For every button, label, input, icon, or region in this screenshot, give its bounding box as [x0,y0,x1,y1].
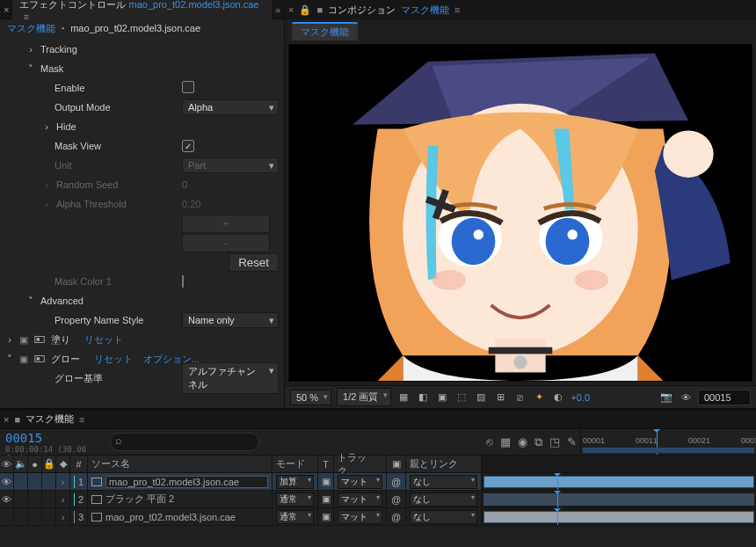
layer-color-label[interactable] [74,476,75,488]
exposure-value[interactable]: +0.0 [571,392,590,403]
exposure-icon[interactable]: ◐ [551,391,565,403]
col-label[interactable]: ◆ [56,456,70,472]
layer-name-cell[interactable]: mao_pro_t02.model3.json.cae [88,473,273,490]
fx-mask-row[interactable]: ˅ Mask [5,59,279,78]
audio-toggle[interactable] [14,473,28,490]
layer-row[interactable]: › 3 mao_pro_t02.model3.json.cae 通常 ▣ マット… [0,508,756,526]
lock-toggle[interactable] [42,508,56,525]
blend-mode-select[interactable]: 加算 [276,475,314,489]
fx-switch-icon[interactable]: ▣ [19,334,28,346]
blend-mode-cell[interactable]: 加算 [273,473,318,490]
current-frame[interactable]: 00015 [5,431,105,445]
track-matte-select[interactable]: マット [338,475,382,489]
audio-toggle[interactable] [14,508,28,525]
zoom-select[interactable]: 50 % [290,390,331,405]
layer-color-label[interactable] [74,493,75,506]
chevron-right-icon[interactable]: › [26,44,35,55]
solo-toggle[interactable] [28,508,42,525]
track-matte-select[interactable]: マット [338,510,382,524]
region-icon[interactable]: ⬚ [454,391,469,403]
channel-icon[interactable]: ◧ [416,391,430,403]
frame-blend-icon[interactable]: ▦ [500,435,511,449]
transparency-icon[interactable]: ▨ [474,391,488,403]
lock-icon[interactable]: 🔒 [299,4,311,16]
layer-name-cell[interactable]: ブラック 平面 2 [88,491,273,507]
subheader-comp-link[interactable]: マスク機能 [7,23,55,33]
quality-select[interactable]: 1/2 画質 [337,388,391,406]
glow-reset-link[interactable]: リセット [94,353,133,366]
parent-pickwhip[interactable]: @ [387,491,406,507]
guides-icon[interactable]: ⊞ [493,391,507,403]
preserve-transparency[interactable]: ▣ [318,508,334,525]
expand-chevron[interactable]: › [56,491,70,507]
fill-reset-link[interactable]: リセット [84,333,123,346]
fx-advanced-row[interactable]: ˅ Advanced [5,291,279,310]
close-icon[interactable]: × [288,4,294,15]
layer-color-label[interactable] [74,511,75,523]
grid-icon[interactable]: ▦ [396,391,411,403]
fx-switch-icon[interactable]: ▣ [19,354,28,365]
audio-toggle[interactable] [14,491,28,507]
col-audio[interactable]: 🔈 [14,456,28,472]
track-matte-cell[interactable]: マット [334,473,387,490]
col-number[interactable]: # [70,456,88,472]
chevron-right-icon[interactable]: › [42,121,51,132]
col-parent[interactable]: 親とリンク [406,456,482,472]
time-ruler[interactable]: 00001 00011 00021 00031 [580,429,756,455]
col-switches[interactable]: ▣ [387,456,406,472]
chevron-down-icon[interactable]: ˅ [26,295,35,307]
timeline-tab-label[interactable]: マスク機能 [25,412,74,426]
mask-icon[interactable]: ▣ [435,391,449,403]
parent-pickwhip[interactable]: @ [387,473,406,490]
blend-mode-cell[interactable]: 通常 [273,491,318,507]
motion-blur-icon[interactable]: ◉ [518,435,527,449]
layer-bar[interactable] [483,476,754,488]
expand-chevron[interactable]: › [56,508,70,525]
panel-menu-icon[interactable]: ≡ [454,4,460,15]
chevron-down-icon[interactable]: ˅ [26,63,35,75]
panel-menu-icon[interactable]: ≡ [79,414,84,425]
comp-sub-tab[interactable]: マスク機能 [292,22,358,40]
solo-toggle[interactable] [28,491,42,507]
col-lock[interactable]: 🔒 [42,456,56,472]
track-area[interactable] [482,508,756,525]
fx-fill-row[interactable]: › ▣ 塗り リセット [5,330,279,349]
layer-name[interactable]: mao_pro_t02.model3.json.cae [105,476,268,488]
parent-cell[interactable]: なし [406,508,482,525]
color-management-icon[interactable]: ✦ [532,391,546,403]
layer-row[interactable]: 👁 › 1 mao_pro_t02.model3.json.cae 加算 ▣ マ… [0,473,756,491]
blend-mode-cell[interactable]: 通常 [273,508,318,525]
parent-cell[interactable]: なし [406,473,482,490]
search-input[interactable] [110,433,259,451]
parent-select[interactable]: なし [410,492,477,507]
fx-tracking-row[interactable]: › Tracking [5,40,279,59]
enable-checkbox[interactable] [182,81,194,93]
col-t[interactable]: T [318,456,334,472]
blend-mode-select[interactable]: 通常 [276,492,314,507]
pixel-aspect-icon[interactable]: ⎚ [512,392,527,403]
mask-color-swatch[interactable] [182,275,184,288]
track-matte-cell[interactable]: マット [334,508,387,525]
shy-icon[interactable]: ⎋ [486,435,493,449]
draft3d-icon[interactable]: ◳ [549,435,560,449]
col-source-name[interactable]: ソース名 [88,456,273,472]
expressions-icon[interactable]: ✎ [567,435,577,449]
visibility-toggle[interactable] [0,508,14,525]
col-track-matte[interactable]: トラック... [334,456,387,472]
layer-bar[interactable] [483,511,754,523]
chevron-right-icon[interactable]: › [5,334,14,345]
col-visibility[interactable]: 👁 [0,456,14,472]
reset-button[interactable]: Reset [229,253,279,272]
track-matte-select[interactable]: マット [338,492,382,507]
preserve-transparency[interactable]: ▣ [318,473,334,490]
preserve-transparency[interactable]: ▣ [318,491,334,507]
preview-canvas[interactable] [288,44,752,382]
snapshot-icon[interactable]: 📷 [659,391,673,403]
output-mode-select[interactable]: Alpha [182,99,279,115]
lock-toggle[interactable] [42,491,56,507]
expand-chevron[interactable]: › [56,473,70,490]
time-display[interactable]: 00015 0:00:00:14 (30.00 fps) [0,429,110,455]
chevron-down-icon[interactable]: ˅ [5,354,14,365]
layer-name-cell[interactable]: mao_pro_t02.model3.json.cae [88,508,273,525]
glow-basis-select[interactable]: アルファチャンネル [182,362,279,394]
